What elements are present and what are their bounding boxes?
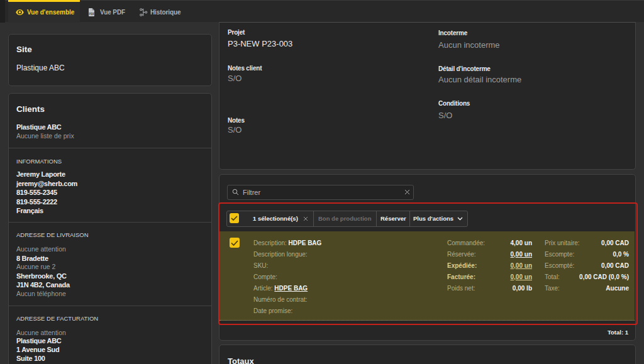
svg-text:PDF: PDF: [89, 13, 95, 16]
